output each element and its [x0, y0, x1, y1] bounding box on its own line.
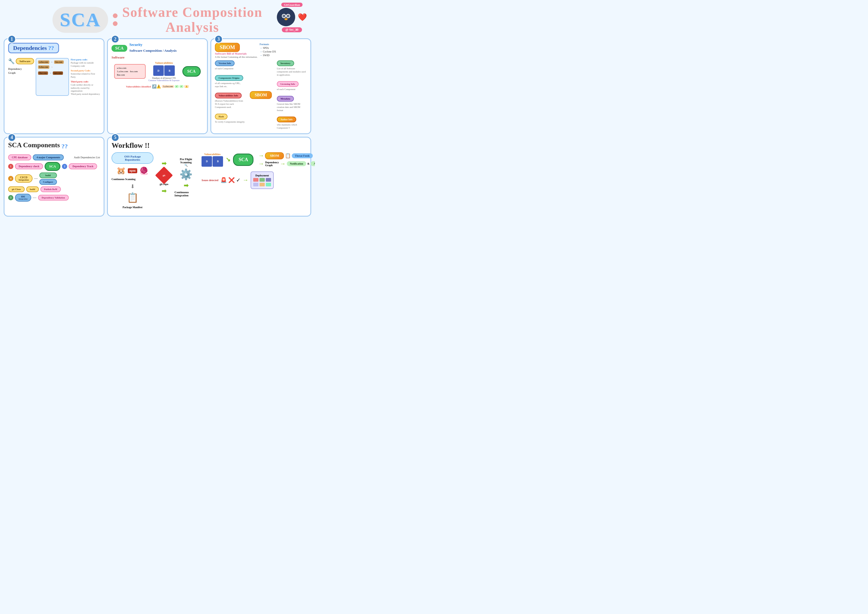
arrow-to-deploy: → — [243, 177, 248, 183]
panel-4-number: 4 — [8, 133, 16, 142]
svg-point-5 — [284, 16, 284, 17]
oss-label: OSS Package Repositories — [112, 152, 153, 164]
deployment-visual: Deployment — [251, 171, 274, 189]
git-clone-bubble: git Clone — [8, 187, 25, 192]
panel-dependencies: 1 Dependencies ?? 🔧 Software Dependency … — [4, 38, 104, 134]
vuln-identified-label: Vulnerabilities identified — [126, 85, 151, 88]
ide-bubble: IDE Integration — [15, 194, 31, 202]
workflow-title: Workflow !! — [112, 141, 307, 150]
arrow-to-sca: ↘ — [226, 156, 230, 163]
svg-point-7 — [284, 18, 288, 20]
sca-center-4: SCA — [45, 162, 60, 171]
dot-1 — [113, 13, 118, 18]
logo-area: GitGuardian ❤️ @ Sec_ɜ0 — [277, 3, 307, 32]
components-origins-bubble: Components Origins — [215, 75, 243, 81]
right-arrow-3: ➡ — [184, 182, 188, 189]
main-title-area: Software Composition Analysis — [122, 5, 262, 35]
inventory-bubble: Inventory — [277, 61, 294, 66]
build2-bubble: build — [26, 187, 39, 192]
dep-graph-wf-label: Dependency Graph — [265, 161, 279, 167]
licensing-info-bubble: Licensing Info — [277, 81, 299, 87]
separator-dots — [113, 13, 118, 26]
panel-3-number: 3 — [214, 35, 223, 43]
down-arrow-1: ⬇ — [130, 183, 135, 190]
security-label: Security — [129, 43, 177, 47]
sca-title: SCA — [60, 9, 101, 30]
metadata-bubble: Metadata — [277, 96, 294, 102]
brand-label: GitGuardian — [281, 3, 302, 7]
arrow-notif: → — [280, 160, 286, 167]
git-diamond: git — [155, 166, 173, 184]
arrow-depgraph: → — [258, 160, 264, 167]
yarn-icon: 🧶 — [140, 166, 149, 175]
svg-point-6 — [288, 16, 288, 17]
heart-icon: ❤️ — [298, 13, 307, 22]
header: SCA Software Composition Analysis GitGua… — [0, 0, 315, 36]
preflight-area: Pre Flight Scanning 🔍 ⚙️ ➡ Continuous In… — [175, 157, 197, 197]
clipboard-wf: 📋 — [285, 153, 291, 159]
configure-bubble: Configure — [39, 179, 57, 185]
p2-bottom-row: Vulnerabilities identified ↗️⚠️ 1.a.foo.… — [126, 84, 189, 89]
panel-2-number: 2 — [111, 35, 119, 43]
sbom-desc: A file format Containing all this inform… — [215, 56, 257, 58]
author-info-bubble: Author Info — [277, 117, 296, 122]
software-label: Software — [16, 58, 34, 64]
panel-sca: 2 SCA Security Software Composition / An… — [107, 38, 208, 134]
continuous-scanning-label: Continuous Scanning — [112, 178, 135, 180]
gopher-icon: 🐹 — [116, 166, 126, 175]
dependency-track-bubble: Dependency Track — [69, 163, 97, 169]
owl-icon — [277, 8, 295, 26]
arrow-sbom: → — [258, 152, 264, 159]
ci-label: Continuous Integration — [175, 191, 197, 197]
panel-workflow: 5 Workflow !! OSS Package Repositories 🐹… — [107, 137, 311, 216]
sbom-top: SBOM Software Bill of Materials A file f… — [215, 43, 307, 58]
third-party-desc: Code neither directly or indirectly owne… — [71, 84, 100, 93]
sbom-full-name: Software Bill of Materials — [215, 52, 257, 55]
dependency-graph-visual: a.foo.com → foo.com b.foo.com → Bar.com … — [36, 58, 69, 96]
panel-sca-components: 4 SCA Components ?? CPE database 4 major… — [4, 137, 104, 216]
publish-bom-bubble: Publish BoM — [40, 187, 61, 192]
panel-sbom: 3 SBOM Software Bill of Materials A file… — [211, 38, 311, 134]
db-icon-2: B — [164, 65, 175, 76]
panel-1-number: 1 — [8, 35, 16, 43]
build-bubble: build — [39, 173, 57, 178]
main-grid: 1 Dependencies ?? 🔧 Software Dependency … — [0, 36, 315, 220]
panel-5-number: 5 — [111, 133, 119, 142]
software-label-p2: Software — [112, 55, 125, 60]
database-desc: Database of all known CVE Common Vulnera… — [148, 77, 180, 82]
sbom-formats: Formats → SPDx → Cyclone DX → SWID — [259, 43, 276, 58]
party-descriptions: First party code: Package with no outsid… — [71, 58, 100, 96]
third-party-title: Third party code: — [71, 80, 89, 83]
workflow-left: OSS Package Repositories 🐹 npm 🧶 Continu… — [112, 152, 153, 209]
vulnerabilities-wf-label: Vulnerabilities — [204, 153, 220, 155]
dependency-check-bubble: Dependency check — [15, 163, 43, 169]
package-icons: 🐹 npm 🧶 — [116, 166, 148, 175]
first-party-desc: Package with no outside Company code — [71, 61, 100, 67]
alerting-badge: Alerting — [311, 161, 315, 166]
npm-badge: npm — [128, 168, 137, 173]
sca-badge: SCA — [112, 45, 127, 52]
clipboard-icon: 📋 — [127, 192, 138, 203]
threat-feeds-badge: Threat Feeds — [292, 153, 313, 158]
sca-diagram: SCA Security Software Composition / Anal… — [112, 43, 203, 89]
sbom-mindmap: Version Info of each Component Component… — [215, 61, 307, 129]
gear-icon: ⚙️ — [180, 168, 192, 180]
preflight-label: Pre Flight Scanning 🔍 — [175, 157, 197, 167]
sca-question-marks: ?? — [61, 143, 68, 150]
num4-circle: 4 — [8, 176, 13, 181]
issues-detected-label: Issues detected — [202, 179, 218, 182]
vulnerabilities-label: Vulnerabilities — [155, 61, 173, 64]
dependency-validation-bubble: Dependency Validation — [38, 195, 69, 201]
second-party-title: Second party Code: — [71, 69, 90, 72]
dot-2 — [113, 21, 118, 26]
num2-circle: 2 — [62, 164, 67, 169]
third-party-nested: Third party nested dependency — [71, 93, 100, 96]
p2-middle-row: a.foo.com 1.a.foo.com foo.com Bar.com Vu… — [114, 61, 200, 82]
issues-deployment-row: Issues detected 🚨 ❌ ✓ → Deployment — [202, 171, 307, 189]
composition-label: Software Composition / Analysis — [129, 48, 177, 53]
format-cyclone: Cyclone DX — [263, 50, 276, 53]
notification-badge: Notification — [287, 161, 307, 166]
svg-point-0 — [280, 11, 292, 24]
format-swid: SWID — [263, 54, 270, 57]
sca-components-title: SCA Components — [8, 141, 60, 149]
